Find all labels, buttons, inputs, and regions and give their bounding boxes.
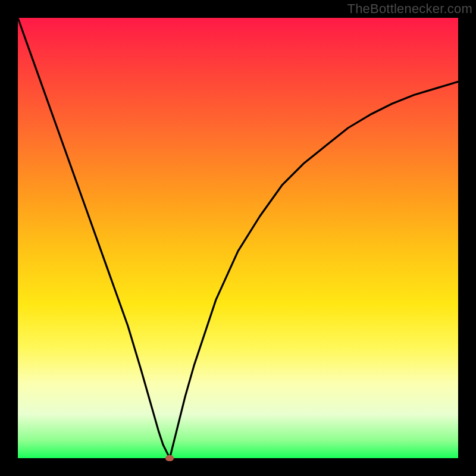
curve-path: [18, 18, 458, 458]
watermark-text: TheBottlenecker.com: [347, 1, 472, 17]
minimum-marker: [165, 455, 174, 461]
bottleneck-curve: [18, 18, 458, 458]
chart-frame: TheBottlenecker.com: [0, 0, 476, 476]
plot-area: [18, 18, 458, 458]
